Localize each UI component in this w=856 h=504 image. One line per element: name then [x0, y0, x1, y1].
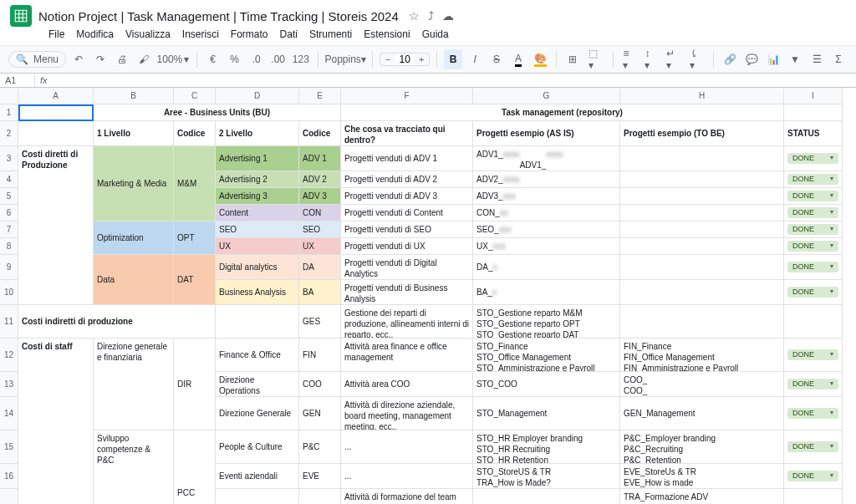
- cell-H8[interactable]: [620, 238, 784, 255]
- bu-mm[interactable]: Marketing & Media: [94, 146, 174, 221]
- cell-D17[interactable]: Formazione: [216, 489, 299, 504]
- header-asis[interactable]: Progetti esempio (AS IS): [473, 121, 620, 146]
- cloud-icon[interactable]: ☁: [442, 9, 454, 23]
- cell-H15[interactable]: P&C_Employer branding P&C_Recruiting P&C…: [620, 430, 784, 464]
- select-all-corner[interactable]: [0, 88, 18, 104]
- cell-D12[interactable]: Finance & Office: [216, 339, 299, 372]
- row-12[interactable]: 12: [0, 339, 18, 372]
- cell-G13[interactable]: STO_COO: [473, 372, 620, 397]
- cell-H3[interactable]: [620, 146, 784, 171]
- bu-dir-code[interactable]: DIR: [174, 339, 216, 430]
- row-2[interactable]: 2: [0, 121, 18, 146]
- cell-I13[interactable]: DONE: [784, 372, 843, 397]
- cell-E4[interactable]: ADV 2: [299, 171, 341, 188]
- cell-G8[interactable]: UX_xxx: [473, 238, 620, 255]
- bu-mm-code[interactable]: M&M: [174, 146, 216, 221]
- percent-button[interactable]: %: [226, 49, 244, 69]
- row-14[interactable]: 14: [0, 397, 18, 430]
- cell-D6[interactable]: Content: [216, 205, 299, 221]
- cell-F14[interactable]: Attività di direzione aziendale, board m…: [341, 397, 473, 430]
- merge-button[interactable]: ⬚ ▾: [585, 49, 606, 69]
- number-format-button[interactable]: 123: [291, 49, 311, 69]
- cell-D11[interactable]: [216, 305, 299, 339]
- cell-I16[interactable]: DONE: [784, 464, 843, 489]
- cell-I12[interactable]: DONE: [784, 339, 843, 372]
- cell-G4[interactable]: ADV2_xxxx: [473, 171, 620, 188]
- cell-D13[interactable]: Direzione Operations: [216, 372, 299, 397]
- font-size-plus[interactable]: +: [414, 54, 429, 64]
- bu-opt-code[interactable]: OPT: [174, 221, 216, 255]
- link-button[interactable]: 🔗: [721, 49, 739, 69]
- row-5[interactable]: 5: [0, 188, 18, 205]
- cell-H7[interactable]: [620, 221, 784, 238]
- cell-I15[interactable]: DONE: [784, 430, 843, 464]
- cell-F9[interactable]: Progetti venduti di Digital Analytics: [341, 255, 473, 280]
- cell-D16[interactable]: Eventi aziendali: [216, 464, 299, 489]
- cell-H4[interactable]: [620, 171, 784, 188]
- bu-dat-code[interactable]: DAT: [174, 255, 216, 305]
- cell-F17[interactable]: Attività di formazione del team Storeis …: [341, 489, 473, 504]
- cell-E7[interactable]: SEO: [299, 221, 341, 238]
- spreadsheet-grid[interactable]: A B C D E F G H I 1 Aree - Business Unit…: [0, 88, 856, 504]
- cell-D8[interactable]: UX: [216, 238, 299, 255]
- cell-F8[interactable]: Progetti venduti di UX: [341, 238, 473, 255]
- col-A[interactable]: A: [18, 88, 94, 104]
- cell-E16[interactable]: EVE: [299, 464, 341, 489]
- cell-H13[interactable]: COO_ COO_: [620, 372, 784, 397]
- cell-G9[interactable]: DA_x: [473, 255, 620, 280]
- header-area-group[interactable]: Aree - Business Units (BU): [94, 104, 341, 121]
- bu-pcc[interactable]: Sviluppo competenze & P&C: [94, 430, 174, 504]
- cell-H16[interactable]: EVE_StoreUs & TR EVE_How is made: [620, 464, 784, 489]
- text-color-button[interactable]: A: [509, 49, 527, 69]
- cell-A2[interactable]: [18, 121, 94, 146]
- dec-increase-button[interactable]: .00: [269, 49, 288, 69]
- menu-format[interactable]: Formato: [226, 27, 273, 42]
- row-7[interactable]: 7: [0, 221, 18, 238]
- cell-G10[interactable]: BA_x: [473, 280, 620, 305]
- italic-button[interactable]: I: [466, 49, 484, 69]
- currency-button[interactable]: €: [204, 49, 222, 69]
- cell-D15[interactable]: People & Culture: [216, 430, 299, 464]
- header-liv1[interactable]: 1 Livello: [94, 121, 174, 146]
- cell-E3[interactable]: ADV 1: [299, 146, 341, 171]
- cell-H12[interactable]: FIN_Finance FIN_Office Management FIN_Am…: [620, 339, 784, 372]
- col-I[interactable]: I: [784, 88, 843, 104]
- font-select[interactable]: Poppins ▾: [325, 49, 366, 69]
- cell-D7[interactable]: SEO: [216, 221, 299, 238]
- cell-I4[interactable]: DONE: [784, 171, 843, 188]
- cell-E10[interactable]: BA: [299, 280, 341, 305]
- font-size-minus[interactable]: −: [380, 54, 395, 64]
- menu-extensions[interactable]: Estensioni: [359, 27, 415, 42]
- cell-D4[interactable]: Advertising 2: [216, 171, 299, 188]
- cell-F13[interactable]: Attività area COO: [341, 372, 473, 397]
- cell-E13[interactable]: COO: [299, 372, 341, 397]
- cell-I6[interactable]: DONE: [784, 205, 843, 221]
- halign-button[interactable]: ≡ ▾: [619, 49, 638, 69]
- cell-E9[interactable]: DA: [299, 255, 341, 280]
- move-icon[interactable]: ⤴: [428, 9, 434, 23]
- cell-I10[interactable]: DONE: [784, 280, 843, 305]
- font-size[interactable]: − +: [380, 53, 430, 66]
- cell-F11[interactable]: Gestione dei reparti di produzione, alli…: [341, 305, 473, 339]
- section-costi-indiretti[interactable]: Costi indiretti di produzione: [18, 305, 216, 339]
- name-box[interactable]: A1: [0, 74, 35, 87]
- cell-I9[interactable]: DONE: [784, 255, 843, 280]
- row-3[interactable]: 3: [0, 146, 18, 171]
- col-D[interactable]: D: [216, 88, 299, 104]
- fill-color-button[interactable]: 🎨: [531, 49, 549, 69]
- cell-I1[interactable]: [784, 104, 843, 121]
- formula-bar[interactable]: [53, 74, 856, 87]
- header-codice2[interactable]: Codice: [299, 121, 341, 146]
- cell-E17[interactable]: TRA: [299, 489, 341, 504]
- cell-H9[interactable]: [620, 255, 784, 280]
- col-G[interactable]: G: [473, 88, 620, 104]
- cell-A1[interactable]: [18, 104, 94, 121]
- bu-pcc-code[interactable]: PCC: [174, 430, 216, 504]
- paint-format-button[interactable]: 🖌: [135, 49, 153, 69]
- cell-I5[interactable]: DONE: [784, 188, 843, 205]
- cell-G3[interactable]: ADV1_xxxxADV1_xxxx: [473, 146, 620, 171]
- filter-views-button[interactable]: ☰: [808, 49, 826, 69]
- row-11[interactable]: 11: [0, 305, 18, 339]
- cell-H17[interactable]: TRA_Formazione ADV TRA_Formazione CON TR…: [620, 489, 784, 504]
- bu-dir[interactable]: Direzione generale e finanziaria: [94, 339, 174, 430]
